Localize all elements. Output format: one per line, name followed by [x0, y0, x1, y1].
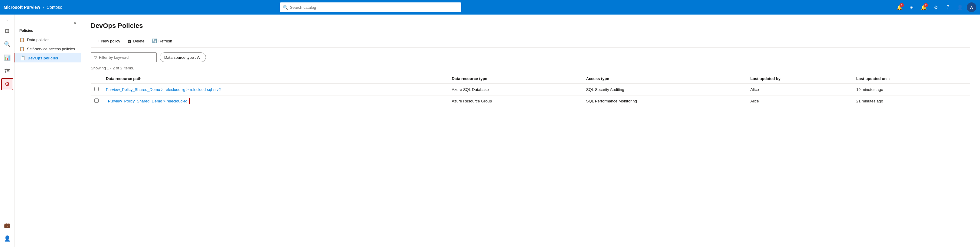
- refresh-icon: 🔄: [152, 38, 157, 43]
- col-updated-on[interactable]: Last updated on ↓: [853, 74, 970, 83]
- sidebar-item-data-policies[interactable]: 📋 Data policies: [14, 35, 81, 44]
- new-policy-icon: +: [94, 38, 96, 43]
- sidebar: « Policies 📋 Data policies 📋 Self-servic…: [14, 14, 81, 247]
- top-nav: Microsoft Purview › Contoso 🔍 🔔 1 ⊞ 🔔 2 …: [0, 0, 980, 14]
- icon-bar-map[interactable]: 🗺: [1, 65, 13, 77]
- row1-access: SQL Security Auditing: [582, 83, 747, 95]
- row1-checkbox[interactable]: [94, 87, 99, 91]
- row2-checkbox-cell[interactable]: [91, 95, 102, 107]
- notification-badge-1: 1: [900, 3, 904, 7]
- row2-path: Purview_Policy_Shared_Demo > relecloud-r…: [102, 95, 448, 107]
- self-service-icon: 📋: [19, 47, 24, 51]
- refresh-label: Refresh: [159, 39, 172, 43]
- notification-btn-1[interactable]: 🔔 1: [894, 2, 905, 13]
- delete-icon: 🗑: [127, 38, 132, 43]
- data-policies-icon: 📋: [19, 37, 24, 42]
- search-icon: 🔍: [283, 5, 288, 10]
- notification-badge-2: 2: [924, 3, 928, 7]
- row2-path-link[interactable]: Purview_Policy_Shared_Demo > relecloud-r…: [106, 98, 190, 104]
- icon-bar-home[interactable]: ⊞: [1, 25, 13, 37]
- keyword-input[interactable]: [99, 55, 153, 60]
- datasource-type-label: Data source type : All: [164, 55, 202, 60]
- brand: Microsoft Purview › Contoso: [4, 5, 62, 10]
- col-path: Data resource path: [102, 74, 448, 83]
- filter-row: ▽ Data source type : All: [91, 53, 970, 62]
- sidebar-item-self-service[interactable]: 📋 Self-service access policies: [14, 44, 81, 53]
- tenant-name: Contoso: [46, 5, 62, 10]
- main-layout: » ⊞ 🔍 📊 🗺 ⚙ 💼 👤 « Policies 📋 Data polici…: [0, 14, 980, 247]
- refresh-button[interactable]: 🔄 Refresh: [149, 37, 175, 45]
- table-row: Purview_Policy_Shared_Demo > relecloud-r…: [91, 95, 970, 107]
- table-row: Purview_Policy_Shared_Demo > relecloud-r…: [91, 83, 970, 95]
- nav-icons: 🔔 1 ⊞ 🔔 2 ⚙ ? 👤 A: [894, 2, 976, 13]
- settings-btn[interactable]: ⚙: [931, 2, 941, 13]
- brand-separator: ›: [43, 5, 44, 10]
- account-btn[interactable]: 👤: [955, 2, 966, 13]
- row2-access: SQL Performance Monitoring: [582, 95, 747, 107]
- new-policy-button[interactable]: + + New policy: [91, 37, 123, 45]
- sidebar-section-label: Policies: [14, 27, 81, 35]
- icon-bar-insights[interactable]: 📊: [1, 51, 13, 64]
- icon-bar: » ⊞ 🔍 📊 🗺 ⚙ 💼 👤: [0, 14, 14, 247]
- page-title: DevOps Policies: [91, 22, 970, 30]
- row1-path: Purview_Policy_Shared_Demo > relecloud-r…: [102, 83, 448, 95]
- sidebar-item-self-service-label: Self-service access policies: [27, 47, 75, 51]
- sidebar-item-data-policies-label: Data policies: [27, 38, 49, 42]
- search-bar[interactable]: 🔍: [280, 2, 461, 12]
- sidebar-collapse-row: «: [14, 18, 81, 27]
- row2-checkbox[interactable]: [94, 98, 99, 103]
- avatar[interactable]: A: [967, 2, 976, 12]
- row1-type: Azure SQL Database: [448, 83, 582, 95]
- brand-name: Microsoft Purview: [4, 5, 40, 10]
- expand-icon-bar-btn[interactable]: »: [4, 17, 11, 24]
- help-btn[interactable]: ?: [942, 2, 953, 13]
- search-input[interactable]: [290, 5, 458, 10]
- content-area: DevOps Policies + + New policy 🗑 Delete …: [81, 14, 980, 247]
- datasource-type-filter[interactable]: Data source type : All: [160, 53, 206, 62]
- collapse-sidebar-btn[interactable]: «: [72, 19, 78, 26]
- new-policy-label: + New policy: [98, 39, 120, 43]
- icon-bar-workflow[interactable]: 💼: [1, 219, 13, 231]
- items-count: Showing 1 - 2 of 2 items.: [91, 66, 970, 70]
- row2-updated-on: 21 minutes ago: [853, 95, 970, 107]
- sort-arrow-icon: ↓: [889, 77, 891, 80]
- table-header-row: Data resource path Data resource type Ac…: [91, 74, 970, 83]
- col-updated-by: Last updated by: [747, 74, 853, 83]
- table-container: Data resource path Data resource type Ac…: [91, 74, 970, 107]
- row1-path-link[interactable]: Purview_Policy_Shared_Demo > relecloud-r…: [106, 87, 221, 92]
- row1-updated-on: 19 minutes ago: [853, 83, 970, 95]
- filter-icon: ▽: [94, 55, 97, 60]
- row2-type: Azure Resource Group: [448, 95, 582, 107]
- select-all-header: [91, 74, 102, 83]
- icon-bar-catalog[interactable]: 🔍: [1, 38, 13, 50]
- sidebar-item-devops-policies-label: DevOps policies: [27, 56, 58, 60]
- row2-updated-by: Alice: [747, 95, 853, 107]
- notification-btn-2[interactable]: 🔔 2: [918, 2, 929, 13]
- icon-bar-user[interactable]: 👤: [1, 233, 13, 245]
- filter-by-keyword-input[interactable]: ▽: [91, 53, 157, 62]
- delete-button[interactable]: 🗑 Delete: [124, 37, 148, 45]
- sidebar-item-devops-policies[interactable]: 📋 DevOps policies: [14, 53, 81, 63]
- row1-checkbox-cell[interactable]: [91, 83, 102, 95]
- policies-table: Data resource path Data resource type Ac…: [91, 74, 970, 107]
- grid-btn[interactable]: ⊞: [906, 2, 917, 13]
- col-type: Data resource type: [448, 74, 582, 83]
- icon-bar-policies[interactable]: ⚙: [1, 78, 13, 90]
- delete-label: Delete: [133, 39, 145, 43]
- row1-updated-by: Alice: [747, 83, 853, 95]
- col-access: Access type: [582, 74, 747, 83]
- toolbar: + + New policy 🗑 Delete 🔄 Refresh: [91, 35, 970, 48]
- devops-policies-icon: 📋: [20, 56, 25, 60]
